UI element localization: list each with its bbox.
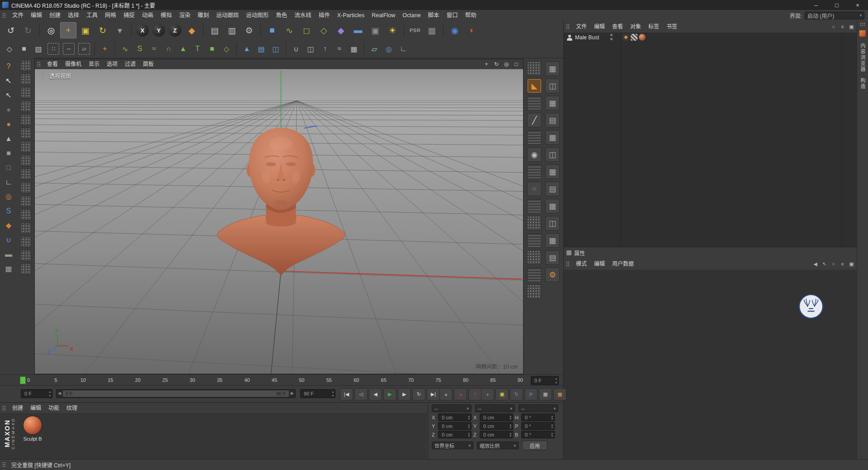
poly-cube-icon[interactable]: ▤ bbox=[545, 250, 560, 265]
extrude-tool[interactable]: ↑ bbox=[318, 42, 332, 56]
key-position-toggle[interactable]: + bbox=[481, 388, 494, 400]
key-scale-toggle[interactable]: ▣ bbox=[495, 388, 509, 400]
sculpt-layers-icon[interactable] bbox=[527, 61, 542, 76]
sculpt-brush-icon[interactable]: ◣ bbox=[527, 79, 542, 93]
palette-grid-icon[interactable] bbox=[20, 196, 32, 207]
render-view-button[interactable]: ▤ bbox=[207, 22, 223, 38]
menu-item[interactable]: 雕刻 bbox=[194, 10, 212, 21]
add-generator-menu[interactable]: ◻ bbox=[298, 22, 315, 38]
separator[interactable] bbox=[115, 42, 115, 56]
palette-grid-icon[interactable] bbox=[20, 74, 32, 85]
next-frame-button[interactable]: ▶ bbox=[398, 388, 411, 400]
object-row[interactable]: Male Bust bbox=[564, 33, 857, 42]
menu-item[interactable]: 窗口 bbox=[443, 10, 462, 21]
timeline-ruler[interactable]: 051015202530354045505560657075808590 0 F bbox=[0, 374, 563, 386]
sculpt-stripe-icon[interactable] bbox=[527, 130, 542, 145]
menu-item[interactable]: 模拟 bbox=[157, 10, 175, 21]
visibility-dots[interactable] bbox=[610, 34, 613, 41]
palette-grid-icon[interactable] bbox=[20, 101, 32, 112]
poly-cube-icon[interactable]: ▦ bbox=[545, 233, 560, 248]
smooth-tool[interactable]: ≈ bbox=[333, 42, 346, 56]
separator[interactable] bbox=[404, 24, 404, 37]
roller-icon[interactable]: ▬ bbox=[3, 248, 15, 260]
goto-start-button[interactable]: |◀ bbox=[340, 388, 353, 400]
menu-item[interactable]: 功能 bbox=[45, 403, 63, 414]
preview-range-slider[interactable]: 0 F 90 F bbox=[56, 389, 296, 398]
position-field[interactable]: 0 cm bbox=[438, 422, 472, 430]
layout-button[interactable]: ▦ bbox=[424, 22, 440, 38]
polygons-mode-button[interactable]: ▱ bbox=[78, 43, 90, 55]
sculpt-stamp-icon[interactable]: ◉ bbox=[527, 147, 542, 162]
dock-tab[interactable]: 构造 bbox=[859, 75, 866, 92]
coord-header-select[interactable]: -- bbox=[519, 404, 558, 412]
stamp-icon[interactable]: ▦ bbox=[3, 263, 15, 275]
play-button[interactable]: ▶ bbox=[383, 388, 396, 400]
coordinate-system-toggle[interactable]: ◆ bbox=[184, 22, 200, 38]
z-axis-lock[interactable]: Z bbox=[169, 24, 181, 37]
separator[interactable] bbox=[364, 42, 364, 56]
move-tool[interactable]: + bbox=[60, 22, 76, 38]
poly-cube-icon[interactable]: ▦ bbox=[545, 199, 560, 213]
add-camera-menu[interactable]: ▣ bbox=[367, 22, 383, 38]
render-settings-button[interactable]: ⚙ bbox=[241, 22, 257, 38]
menu-item[interactable]: 运动跟踪 bbox=[212, 10, 242, 21]
palette-grid-icon[interactable] bbox=[20, 182, 32, 193]
menu-item[interactable]: 工具 bbox=[83, 10, 101, 21]
menu-item[interactable]: 过滤 bbox=[121, 59, 139, 69]
scale-tool[interactable]: ▣ bbox=[77, 22, 94, 38]
separator[interactable] bbox=[203, 24, 203, 37]
menu-item[interactable]: 动画 bbox=[138, 10, 157, 21]
sculpt-stripe-icon[interactable] bbox=[527, 96, 542, 110]
viewport-label[interactable]: 透视视图 bbox=[38, 72, 71, 80]
prev-key-button[interactable]: ◁ bbox=[354, 388, 368, 400]
menu-item[interactable]: 纹理 bbox=[63, 403, 81, 414]
snap-settings-button[interactable]: ◎ bbox=[382, 42, 396, 56]
axis-icon[interactable]: ∟ bbox=[3, 176, 15, 188]
sketch-tool[interactable]: S bbox=[133, 42, 146, 56]
record-active-button[interactable]: ● bbox=[454, 388, 467, 400]
menu-item[interactable]: 文件 bbox=[9, 10, 27, 21]
attr-dock-icon[interactable]: ▣ bbox=[848, 260, 855, 268]
poly-cube-icon[interactable]: ◫ bbox=[545, 79, 560, 93]
menu-item[interactable]: 帮助 bbox=[462, 10, 480, 21]
palette-grid-icon[interactable] bbox=[20, 263, 32, 275]
add-environment-menu[interactable]: ▬ bbox=[350, 22, 366, 38]
menu-item[interactable]: 查看 bbox=[609, 21, 627, 33]
menu-item[interactable]: 脚本 bbox=[425, 10, 443, 21]
sculpt-stripe-icon[interactable] bbox=[527, 268, 542, 282]
menu-item[interactable]: 选择 bbox=[64, 10, 83, 21]
add-deformer-menu[interactable]: ◆ bbox=[333, 22, 349, 38]
powerslider-settings-button[interactable]: ▦ bbox=[553, 388, 566, 400]
polygon-tool-icon[interactable]: ▲ bbox=[3, 132, 15, 145]
keyframe-selection-button[interactable]: ? bbox=[468, 388, 481, 400]
poly-cube-icon[interactable]: ▦ bbox=[545, 96, 560, 110]
palette-grid-icon[interactable] bbox=[20, 128, 32, 139]
magnet-icon[interactable]: ∪ bbox=[3, 234, 15, 246]
menu-item[interactable]: 捕捉 bbox=[120, 10, 138, 21]
dock-tab[interactable]: 内容浏览器 bbox=[859, 40, 866, 75]
goto-end-button[interactable]: ▶| bbox=[427, 388, 440, 400]
help-icon[interactable]: ? bbox=[3, 60, 15, 72]
palette-grid-icon[interactable] bbox=[20, 236, 32, 248]
key-rotation-toggle[interactable]: ↻ bbox=[510, 388, 523, 400]
magnet-tool[interactable]: ∪ bbox=[289, 42, 303, 56]
palette-grid-icon[interactable] bbox=[20, 169, 32, 180]
pan-view-icon[interactable]: + bbox=[482, 60, 491, 68]
coord-system-select[interactable]: 世界坐标 bbox=[432, 442, 473, 449]
menu-item[interactable]: 显示 bbox=[85, 59, 103, 69]
spline-pen-tool[interactable]: ∿ bbox=[118, 42, 132, 56]
snap-ball-icon[interactable]: S bbox=[3, 205, 15, 217]
cube-primitive-button[interactable]: ■ bbox=[205, 42, 219, 56]
separator[interactable] bbox=[286, 42, 286, 56]
menu-item[interactable]: 网格 bbox=[101, 10, 120, 21]
undo-icon[interactable]: ↺ bbox=[3, 22, 19, 38]
size-field[interactable]: 0 cm bbox=[480, 431, 513, 438]
attr-pick-icon[interactable]: ↖ bbox=[821, 260, 828, 268]
position-field[interactable]: 0 cm bbox=[438, 431, 472, 438]
attr-search-icon[interactable]: ○ bbox=[830, 260, 837, 268]
palette-grid-icon[interactable] bbox=[20, 60, 32, 71]
material-item[interactable]: Sculpt B bbox=[21, 416, 44, 442]
range-start-field[interactable]: 0 F bbox=[21, 389, 52, 398]
menu-item[interactable]: 标签 bbox=[645, 21, 663, 33]
separator[interactable] bbox=[131, 24, 132, 37]
